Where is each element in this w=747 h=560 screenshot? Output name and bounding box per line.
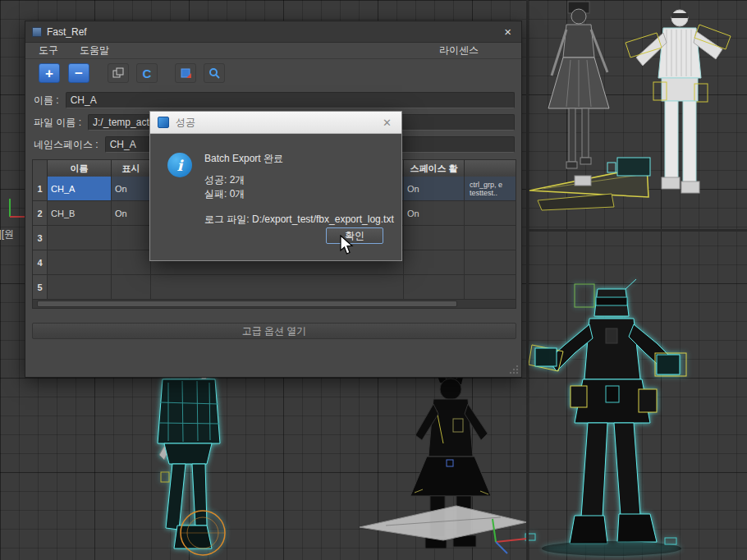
name-field-row: 이름 :: [25, 92, 521, 108]
name-label: 이름 :: [34, 94, 59, 108]
cell-extra-line2: testtest..: [470, 189, 497, 197]
dialog-success-count: 성공: 2개: [204, 173, 245, 187]
duplicate-button[interactable]: [108, 63, 129, 83]
horizontal-scrollbar[interactable]: [33, 299, 516, 308]
cell-display[interactable]: [112, 275, 151, 299]
viewport-label[interactable]: [+][원: [0, 227, 14, 241]
row-number: 5: [33, 275, 48, 299]
header-num: [33, 160, 48, 177]
dialog-message: Batch Export 완료: [204, 152, 283, 166]
cell-extra-line1: ctrl_grp, e: [470, 181, 502, 189]
window-title: Fast_Ref: [47, 26, 501, 38]
cell-display[interactable]: [112, 250, 151, 274]
header-display[interactable]: 표시: [112, 160, 151, 177]
cell-extra[interactable]: [465, 250, 516, 274]
cell-space[interactable]: [404, 275, 465, 299]
window-icon: [32, 27, 42, 37]
scrollbar-thumb[interactable]: [37, 301, 457, 307]
header-space[interactable]: 스페이스 활: [404, 160, 465, 177]
cell-space[interactable]: [404, 250, 465, 274]
cell-mid[interactable]: [151, 275, 404, 299]
screen: [+][원 Fast_Ref × 도구 도움말 라이센스 + − C: [0, 0, 747, 560]
cell-space[interactable]: On: [404, 177, 465, 200]
row-number: 4: [33, 250, 48, 274]
cell-name[interactable]: [48, 226, 112, 250]
refresh-button[interactable]: C: [136, 63, 158, 83]
cell-extra[interactable]: [465, 275, 516, 299]
export-button[interactable]: [175, 63, 196, 83]
menubar: 도구 도움말 라이센스: [25, 43, 521, 59]
row-number: 2: [33, 201, 48, 225]
dialog-log-path: 로그 파일: D:/export_test/fbx_export_log.txt: [204, 213, 394, 227]
cell-name[interactable]: [48, 250, 112, 274]
character-model-dark: [360, 366, 527, 549]
row-number: 3: [33, 226, 48, 250]
cell-space[interactable]: [404, 226, 465, 250]
menu-help[interactable]: 도움말: [80, 44, 109, 57]
search-icon: [209, 67, 221, 80]
window-close-button[interactable]: ×: [501, 25, 515, 39]
viewport-divider-vertical[interactable]: [526, 0, 529, 560]
success-dialog: 성공 ✕ i Batch Export 완료 성공: 2개 실패: 0개 로그 …: [149, 111, 402, 261]
menu-tools[interactable]: 도구: [39, 44, 58, 57]
row-number: 1: [33, 177, 48, 200]
header-name[interactable]: 이름: [48, 160, 112, 177]
dialog-icon: [158, 117, 169, 128]
viewport-divider-horizontal[interactable]: [526, 229, 747, 232]
character-model-legs: [158, 371, 225, 555]
dialog-fail-count: 실패: 0개: [204, 187, 245, 201]
cell-name[interactable]: CH_A: [48, 177, 112, 200]
file-label: 파일 이름 :: [34, 116, 81, 130]
cell-extra[interactable]: [465, 226, 516, 250]
resize-grip[interactable]: [509, 365, 519, 374]
cell-display[interactable]: On: [112, 201, 151, 225]
character-model-main: [525, 279, 686, 556]
export-icon: [180, 67, 192, 80]
search-button[interactable]: [204, 63, 225, 83]
axis-gizmo-left: [10, 199, 25, 217]
cell-space[interactable]: On: [404, 201, 465, 225]
character-model-white: [626, 10, 731, 193]
dialog-title: 성공: [176, 116, 380, 130]
namespace-label: 네임스페이스 :: [34, 138, 99, 152]
advanced-options-button[interactable]: 고급 옵션 열기: [32, 323, 516, 339]
cell-extra[interactable]: [465, 201, 516, 225]
menu-license[interactable]: 라이센스: [439, 44, 479, 57]
cell-display[interactable]: On: [112, 177, 151, 200]
table-row[interactable]: 5: [33, 275, 516, 300]
weapon-model: [529, 158, 650, 210]
dialog-titlebar[interactable]: 성공 ✕: [150, 112, 401, 134]
name-input[interactable]: [66, 92, 515, 108]
cell-extra[interactable]: ctrl_grp, e testtest..: [465, 177, 516, 200]
axis-gizmo-bottom: [493, 519, 527, 553]
character-model-gray: [548, 2, 609, 168]
copy-icon: [112, 67, 124, 79]
window-titlebar[interactable]: Fast_Ref ×: [25, 21, 521, 43]
ok-button[interactable]: 확인: [326, 227, 383, 244]
header-extra[interactable]: [465, 160, 516, 177]
cell-name[interactable]: CH_B: [48, 201, 112, 225]
dialog-close-button[interactable]: ✕: [380, 117, 394, 129]
add-button[interactable]: +: [39, 63, 60, 83]
toolbar: + − C: [25, 60, 521, 86]
cell-display[interactable]: [112, 226, 151, 250]
remove-button[interactable]: −: [68, 63, 89, 83]
info-icon: i: [167, 153, 192, 177]
cell-name[interactable]: [48, 275, 112, 299]
